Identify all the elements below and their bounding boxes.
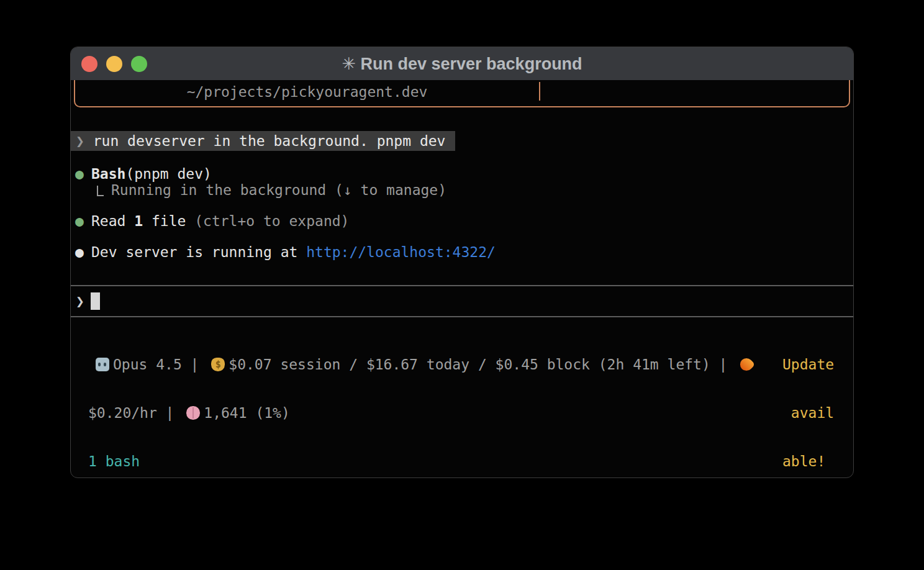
bash-result-text: Running in the background (↓ to manage) [111,182,446,198]
status-session-cost: $0.07 session / $16.67 today / $0.45 blo… [229,356,736,373]
bash-command: (pnpm dev) [125,166,211,182]
cwd-input-box[interactable]: ~/projects/pickyouragent.dev [74,80,850,107]
prompt-input[interactable]: ❯ [71,286,853,316]
bash-result-line: Running in the background (↓ to manage) [71,182,853,198]
elbow-icon [97,186,104,196]
status-line-1: Opus 4.5 | $0.07 session / $16.67 today … [88,356,782,373]
read-pre: Read [91,213,134,229]
read-post: file [143,213,194,229]
status-bash-jobs: 1 bash [88,453,782,469]
input-chevron-icon: ❯ [76,293,84,309]
status-model: Opus 4.5 | [113,356,207,373]
terminal-window: ✳ Run dev server background ~/projects/p… [70,47,854,478]
status-line-2: $0.20/hr | 1,641 (1%) [88,405,782,421]
cwd-path: ~/projects/pickyouragent.dev [75,84,539,100]
robot-icon [96,358,109,371]
update-line: Update [782,356,836,373]
update-line: able! [782,453,836,469]
user-prompt-line: ❯ run devserver in the background. pnpm … [71,131,455,151]
titlebar: ✳ Run dev server background [71,47,853,80]
localhost-link[interactable]: http://localhost:4322/ [306,244,496,260]
read-count: 1 [134,213,143,229]
dev-server-text: Dev server is running at [91,244,306,260]
status-tokens: 1,641 (1%) [204,405,289,421]
white-bullet-icon: ● [75,244,91,260]
fire-icon [738,356,756,374]
brain-icon [186,406,200,420]
cwd-cursor-bar [539,82,540,101]
user-prompt-text: run devserver in the background. pnpm de… [93,133,446,149]
text-cursor [91,292,100,310]
window-title: ✳ Run dev server background [71,54,853,74]
green-bullet-icon: ● [75,213,91,229]
terminal-content: ~/projects/pickyouragent.dev ❯ run devse… [71,80,853,478]
status-left: Opus 4.5 | $0.07 session / $16.67 today … [88,324,782,478]
read-line: ●Read 1 file (ctrl+o to expand) [71,213,853,229]
status-rate: $0.20/hr | [88,405,183,421]
green-bullet-icon: ● [75,166,91,182]
status-bar: Opus 4.5 | $0.07 session / $16.67 today … [71,317,853,478]
update-notice: Update avail able! Run: brew u pgrade cl… [782,324,836,478]
money-bag-icon [211,358,225,371]
update-line: avail [782,405,836,421]
read-hint: (ctrl+o to expand) [194,213,349,229]
dev-server-line: ●Dev server is running at http://localho… [71,244,853,260]
bash-tool-name: Bash [91,166,125,182]
bash-tool-line: ●Bash(pnpm dev) [71,166,853,182]
